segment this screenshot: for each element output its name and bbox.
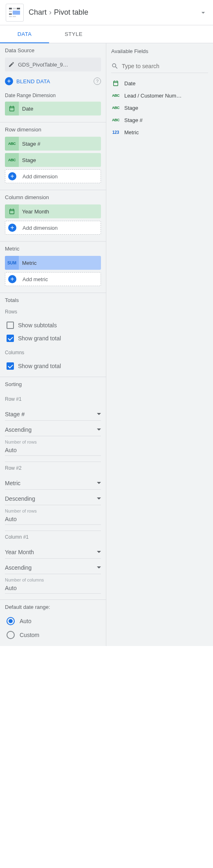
date-range-auto-radio[interactable]: Auto: [5, 614, 101, 628]
plus-icon: +: [5, 77, 13, 85]
sort-col1-field-dropdown[interactable]: Year Month: [5, 546, 101, 559]
sort-row1-label: Row #1: [5, 396, 101, 402]
row-dim-chip-1[interactable]: ABC Stage: [5, 153, 101, 167]
sort-row2-dir-dropdown[interactable]: Descending: [5, 492, 101, 505]
data-source-chip[interactable]: GDS_PivotTable_9…: [5, 58, 101, 71]
metric-chip[interactable]: SUM Metric: [5, 256, 101, 270]
search-fields[interactable]: [111, 59, 208, 73]
sort-row2-field-dropdown[interactable]: Metric: [5, 477, 101, 490]
sort-col-1: Column #1 Year Month Ascending Number of…: [5, 531, 101, 595]
sort-row1-numrows-input[interactable]: Auto: [5, 444, 101, 456]
row-dim-label-1: Stage: [19, 157, 36, 163]
dropdown-arrow-icon: [97, 412, 101, 416]
date-range-dim-title: Date Range Dimension: [5, 93, 101, 98]
field-item[interactable]: ABCStage #: [111, 114, 208, 126]
sort-row1-field-dropdown[interactable]: Stage #: [5, 408, 101, 421]
sum-icon: SUM: [5, 256, 19, 270]
breadcrumb-chart: Chart: [29, 8, 47, 17]
field-item[interactable]: Date: [111, 77, 208, 89]
tab-data[interactable]: DATA: [8, 25, 41, 43]
field-item[interactable]: ABCLead / Customer Num…: [111, 89, 208, 102]
plus-icon: +: [8, 275, 16, 283]
radio-icon: [7, 631, 15, 639]
chevron-down-icon[interactable]: [199, 9, 207, 17]
abc-icon: ABC: [5, 137, 19, 151]
sort-row1-dir-dropdown[interactable]: Ascending: [5, 423, 101, 436]
row-dimension-section: Row dimension ABC Stage # ABC Stage + Ad…: [0, 122, 106, 190]
data-source-section: Data Source GDS_PivotTable_9… + BLEND DA…: [0, 43, 106, 122]
dropdown-arrow-icon: [97, 481, 101, 485]
tab-style[interactable]: STYLE: [57, 25, 90, 43]
sort-row2-label: Row #2: [5, 465, 101, 471]
date-range-dim-label: Date: [19, 106, 33, 112]
chart-header: Chart › Pivot table: [0, 0, 213, 25]
svg-rect-2: [17, 8, 20, 9]
add-col-dim-label: Add dimension: [19, 225, 58, 231]
date-custom-label: Custom: [20, 632, 39, 638]
search-icon: [111, 62, 119, 70]
totals-section: Totals Rows Show subtotals Show grand to…: [0, 293, 106, 377]
row-dim-chip-0[interactable]: ABC Stage #: [5, 137, 101, 151]
calendar-icon: [111, 80, 120, 87]
field-name: Stage #: [124, 117, 143, 123]
pencil-icon: [8, 61, 15, 68]
radio-selected-icon: [7, 617, 15, 625]
checkbox-icon: [7, 322, 14, 329]
dropdown-arrow-icon: [97, 497, 101, 501]
field-name: Stage: [124, 105, 138, 111]
add-metric-button[interactable]: + Add metric: [5, 272, 101, 286]
totals-title: Totals: [5, 297, 101, 303]
show-grand-cols-label: Show grand total: [18, 363, 61, 369]
add-row-dimension-button[interactable]: + Add dimension: [5, 169, 101, 183]
default-date-range-section: Default date range: Auto Custom: [0, 600, 106, 646]
date-range-custom-radio[interactable]: Custom: [5, 628, 101, 642]
col-dim-chip[interactable]: Year Month: [5, 204, 101, 218]
sort-row1-numrows-label: Number of rows: [5, 440, 101, 444]
show-grand-total-cols-checkbox[interactable]: Show grand total: [5, 360, 101, 373]
available-fields-title: Available Fields: [111, 48, 208, 54]
checkbox-checked-icon: [7, 362, 14, 370]
data-source-name: GDS_PivotTable_9…: [18, 62, 68, 68]
sort-row2-numrows-input[interactable]: Auto: [5, 513, 101, 525]
abc-icon: ABC: [5, 153, 19, 167]
plus-icon: +: [8, 172, 16, 180]
col-dim-title: Column dimension: [5, 194, 101, 200]
calendar-icon: [5, 204, 19, 218]
svg-rect-3: [9, 11, 12, 12]
available-fields-panel: Available Fields DateABCLead / Customer …: [106, 43, 213, 646]
search-input[interactable]: [122, 63, 208, 69]
help-icon[interactable]: ?: [94, 78, 101, 85]
date-range-dim-chip[interactable]: Date: [5, 102, 101, 115]
row-dim-title: Row dimension: [5, 127, 101, 133]
show-grand-rows-label: Show grand total: [18, 335, 61, 342]
add-metric-label: Add metric: [19, 276, 48, 282]
col-dim-label: Year Month: [19, 209, 49, 215]
default-date-title: Default date range:: [5, 604, 101, 610]
metric-section: Metric SUM Metric + Add metric: [0, 242, 106, 293]
show-subtotals-checkbox[interactable]: Show subtotals: [5, 319, 101, 332]
show-subtotals-label: Show subtotals: [18, 322, 57, 329]
sort-col1-numcols-input[interactable]: Auto: [5, 582, 101, 594]
sort-row-2: Row #2 Metric Descending Number of rows …: [5, 462, 101, 531]
field-item[interactable]: ABCStage: [111, 102, 208, 114]
totals-cols-label: Columns: [5, 350, 101, 355]
metric-title: Metric: [5, 246, 101, 252]
svg-rect-5: [9, 13, 12, 15]
config-panel: Data Source GDS_PivotTable_9… + BLEND DA…: [0, 43, 106, 646]
pivot-table-icon: [6, 4, 24, 22]
abc-icon: ABC: [111, 118, 120, 122]
date-auto-label: Auto: [20, 618, 31, 624]
add-col-dimension-button[interactable]: + Add dimension: [5, 221, 101, 235]
svg-rect-7: [13, 16, 16, 17]
column-dimension-section: Column dimension Year Month + Add dimens…: [0, 190, 106, 242]
sort-col1-numcols-label: Number of columns: [5, 577, 101, 582]
svg-rect-1: [13, 8, 16, 9]
field-name: Date: [124, 80, 135, 87]
totals-rows-label: Rows: [5, 309, 101, 315]
blend-data-button[interactable]: + BLEND DATA ?: [5, 75, 101, 88]
checkbox-checked-icon: [7, 335, 14, 342]
show-grand-total-rows-checkbox[interactable]: Show grand total: [5, 332, 101, 345]
field-item[interactable]: 123Metric: [111, 126, 208, 138]
breadcrumb[interactable]: Chart › Pivot table: [29, 8, 199, 17]
sort-col1-dir-dropdown[interactable]: Ascending: [5, 561, 101, 574]
